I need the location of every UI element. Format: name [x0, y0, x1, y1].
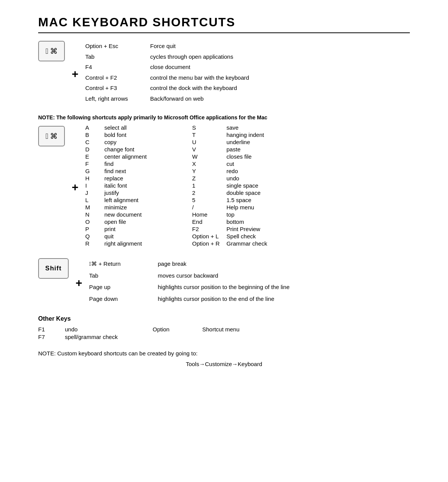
- shortcut-key-left: Q: [85, 233, 101, 239]
- shortcut-desc: control the menu bar with the keyboard: [150, 72, 249, 83]
- shortcut-key-right: X: [192, 161, 223, 167]
- shortcut-key: Control + F3: [85, 83, 150, 93]
- shortcut-desc-right: Spell check: [227, 233, 311, 239]
- footer-customize: Customize: [205, 361, 232, 367]
- shortcut-key-left: G: [85, 168, 101, 174]
- footer-arrow-1: →: [199, 361, 205, 367]
- footer-note: NOTE: Custom keyboard shortcuts can be c…: [38, 349, 410, 369]
- shortcut-desc-left: new document: [105, 211, 189, 218]
- shortcut-key-right: U: [192, 139, 223, 145]
- shortcut-key-right: Option + L: [192, 233, 223, 239]
- table-row: F4close document: [85, 62, 249, 72]
- shortcut-key-right: /: [192, 204, 223, 210]
- shortcut-desc: page break: [158, 258, 290, 270]
- shortcut-key-right: V: [192, 146, 223, 153]
- shortcut-key: Tab: [85, 51, 150, 62]
- shortcut-key: ⌘ + Return: [89, 258, 158, 270]
- shortcut-desc-right: single space: [227, 182, 311, 189]
- section-2-content: Aselect allSsaveBbold fontThanging inden…: [85, 124, 410, 247]
- apple-icon: : [45, 47, 48, 56]
- cmd-icon-2: ⌘: [50, 132, 58, 141]
- apple-icon-2: : [45, 132, 48, 141]
- table-row: Page uphighlights cursor position to the…: [89, 281, 290, 293]
- shortcut-desc: highlights cursor position to the beginn…: [158, 281, 290, 293]
- shortcut-desc-left: bold font: [105, 132, 189, 138]
- other-extra-desc: Shortcut menu: [202, 326, 286, 333]
- shortcut-desc-right: hanging indent: [227, 132, 311, 138]
- shortcut-desc-right: double space: [227, 190, 311, 196]
- section-2-grid: Aselect allSsaveBbold fontThanging inden…: [85, 124, 410, 247]
- other-extra-key: [153, 334, 198, 340]
- section-2:  ⌘ + Aselect allSsaveBbold fontThanging…: [38, 124, 410, 247]
- shortcut-key: Left, right arrows: [85, 93, 150, 104]
- table-row: Control + F3control the dock with the ke…: [85, 83, 249, 93]
- table-row: Tabmoves cursor backward: [89, 270, 290, 282]
- shortcut-key-right: End: [192, 219, 223, 225]
- other-extra-key: Option: [153, 326, 198, 333]
- shortcut-desc: highlights cursor position to the end of…: [158, 293, 290, 305]
- shortcut-desc-left: change font: [105, 146, 189, 153]
- shortcut-desc-right: undo: [227, 175, 311, 182]
- other-extra-desc: [202, 334, 286, 340]
- shortcut-desc: cycles through open applications: [150, 51, 249, 62]
- shortcut-key-left: I: [85, 182, 101, 189]
- shortcut-key-left: J: [85, 190, 101, 196]
- shortcut-desc: Back/forward on web: [150, 93, 249, 104]
- other-key: F1: [38, 326, 61, 333]
- shortcut-key-right: T: [192, 132, 223, 138]
- shortcut-key: F4: [85, 62, 150, 72]
- shortcut-key-left: H: [85, 175, 101, 182]
- shortcut-key-left: O: [85, 219, 101, 225]
- shortcut-desc: close document: [150, 62, 249, 72]
- shortcut-desc-left: italic font: [105, 182, 189, 189]
- shortcut-key-right: Y: [192, 168, 223, 174]
- shortcut-key-left: C: [85, 139, 101, 145]
- shortcut-key-right: Option + R: [192, 240, 223, 247]
- shortcut-key-left: E: [85, 153, 101, 160]
- shortcut-desc-right: redo: [227, 168, 311, 174]
- shortcut-desc-left: quit: [105, 233, 189, 239]
- footer-arrow-2: →: [232, 361, 238, 367]
- plus-sign-3: +: [76, 276, 82, 289]
- shortcut-key-left: M: [85, 204, 101, 210]
- section-3-list: ⌘ + Returnpage breakTabmoves cursor bac…: [89, 258, 410, 305]
- footer-tools: Tools: [186, 361, 199, 367]
- shortcut-key-left: B: [85, 132, 101, 138]
- table-row: Tabcycles through open applications: [85, 51, 249, 62]
- shortcut-desc-right: 1.5 space: [227, 197, 311, 203]
- shortcut-desc-left: select all: [105, 124, 189, 131]
- shortcut-desc: moves cursor backward: [158, 270, 290, 282]
- shortcut-desc-left: copy: [105, 139, 189, 145]
- shortcut-key-right: F2: [192, 226, 223, 232]
- shortcut-desc: Force quit: [150, 41, 249, 51]
- shortcut-key-left: L: [85, 197, 101, 203]
- shortcut-key-right: S: [192, 124, 223, 131]
- shortcut-desc-left: print: [105, 226, 189, 232]
- shortcut-desc-right: top: [227, 211, 311, 218]
- footer-tools-line: Tools→Customize→Keyboard: [38, 359, 410, 369]
- shortcut-desc-right: bottom: [227, 219, 311, 225]
- shortcut-desc-left: center alignment: [105, 153, 189, 160]
- section-1-table: Option + EscForce quitTabcycles through …: [85, 41, 249, 104]
- shortcut-key: Control + F2: [85, 72, 150, 83]
- shortcut-desc-right: closes file: [227, 153, 311, 160]
- shortcut-key-left: N: [85, 211, 101, 218]
- other-keys-grid: F1undoOptionShortcut menuF7spell/grammar…: [38, 326, 410, 340]
- shortcut-desc: control the dock with the keyboard: [150, 83, 249, 93]
- command-key-box-2:  ⌘: [38, 126, 65, 146]
- shortcut-desc-right: cut: [227, 161, 311, 167]
- shortcut-key-left: D: [85, 146, 101, 153]
- section-1-list: Option + EscForce quitTabcycles through …: [85, 41, 410, 104]
- command-key-box-1:  ⌘: [38, 41, 65, 61]
- shortcut-key-left: P: [85, 226, 101, 232]
- footer-keyboard: Keyboard: [238, 361, 262, 367]
- shortcut-desc-left: left alignment: [105, 197, 189, 203]
- shortcut-desc-right: save: [227, 124, 311, 131]
- shortcut-key-left: R: [85, 240, 101, 247]
- shortcut-key-right: 2: [192, 190, 223, 196]
- title-divider: [38, 32, 410, 33]
- table-row: ⌘ + Returnpage break: [89, 258, 290, 270]
- shortcut-key: Page up: [89, 281, 158, 293]
- table-row: Option + EscForce quit: [85, 41, 249, 51]
- shortcut-desc-left: minimize: [105, 204, 189, 210]
